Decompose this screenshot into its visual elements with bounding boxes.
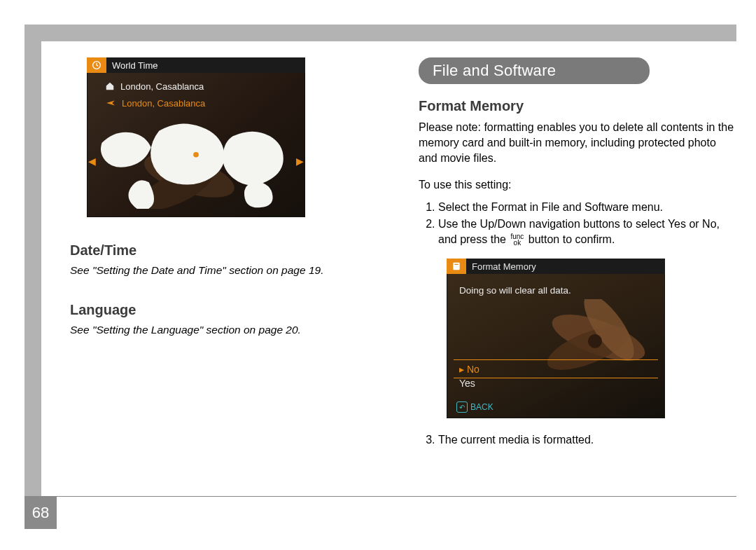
- worldtime-away-row: London, Casablanca: [105, 95, 298, 111]
- lcd-title: World Time: [112, 60, 158, 71]
- worldtime-away-text: London, Casablanca: [122, 98, 205, 109]
- top-header-bar: [24, 25, 736, 41]
- two-column-layout: World Time London, Casablanca London, Ca…: [70, 57, 736, 501]
- back-indicator: ↶ BACK: [456, 401, 493, 413]
- worldtime-home-text: London, Casablanca: [120, 81, 204, 92]
- option-no: No: [459, 362, 652, 376]
- language-reference: See "Setting the Language" section on pa…: [70, 324, 388, 336]
- datetime-reference: See "Setting the Date and Time" section …: [70, 264, 388, 277]
- back-icon: ↶: [456, 401, 468, 413]
- screenshot-format-memory: Format Memory Doing so will clear all da…: [447, 259, 665, 418]
- page-number: 68: [24, 497, 57, 529]
- left-column: World Time London, Casablanca London, Ca…: [70, 57, 388, 501]
- format-memory-note: Please note: formatting enables you to d…: [419, 120, 736, 166]
- lcd2-options: No Yes: [459, 362, 652, 390]
- right-arrow-icon: ▶: [296, 156, 304, 167]
- steps-list-cont: The current media is formatted.: [419, 431, 736, 449]
- steps-list: Select the Format in File and Software m…: [419, 198, 736, 249]
- func-ok-button-icon: funcok: [510, 233, 524, 246]
- worldtime-home-row: London, Casablanca: [105, 78, 298, 94]
- lcd2-title: Format Memory: [472, 261, 536, 272]
- step-2: Use the Up/Down navigation buttons to se…: [438, 216, 736, 247]
- step-2-text-b: button to confirm.: [525, 233, 615, 245]
- format-memory-heading: Format Memory: [419, 98, 736, 114]
- right-column: File and Software Format Memory Please n…: [419, 57, 736, 501]
- option-yes: Yes: [459, 376, 652, 390]
- step-3: The current media is formatted.: [438, 432, 736, 448]
- datetime-heading: Date/Time: [70, 242, 388, 259]
- clock-icon: [87, 57, 106, 73]
- home-icon: [105, 81, 115, 91]
- card-icon: [447, 259, 466, 274]
- left-margin-stripe: [24, 25, 41, 529]
- svg-point-3: [193, 152, 199, 158]
- back-label: BACK: [470, 402, 493, 412]
- lcd2-message: Doing so will clear all data.: [459, 285, 571, 296]
- footer-rule: [24, 496, 736, 497]
- step-1: Select the Format in File and Software m…: [438, 200, 736, 215]
- world-map-graphic: [95, 116, 297, 209]
- svg-rect-5: [454, 264, 458, 265]
- plane-icon: [105, 98, 116, 108]
- svg-point-9: [588, 334, 602, 348]
- steps-intro: To use this setting:: [419, 177, 736, 193]
- svg-rect-4: [453, 263, 459, 270]
- language-heading: Language: [70, 302, 388, 318]
- section-title-pill: File and Software: [419, 57, 650, 84]
- screenshot-world-time: World Time London, Casablanca London, Ca…: [87, 57, 305, 217]
